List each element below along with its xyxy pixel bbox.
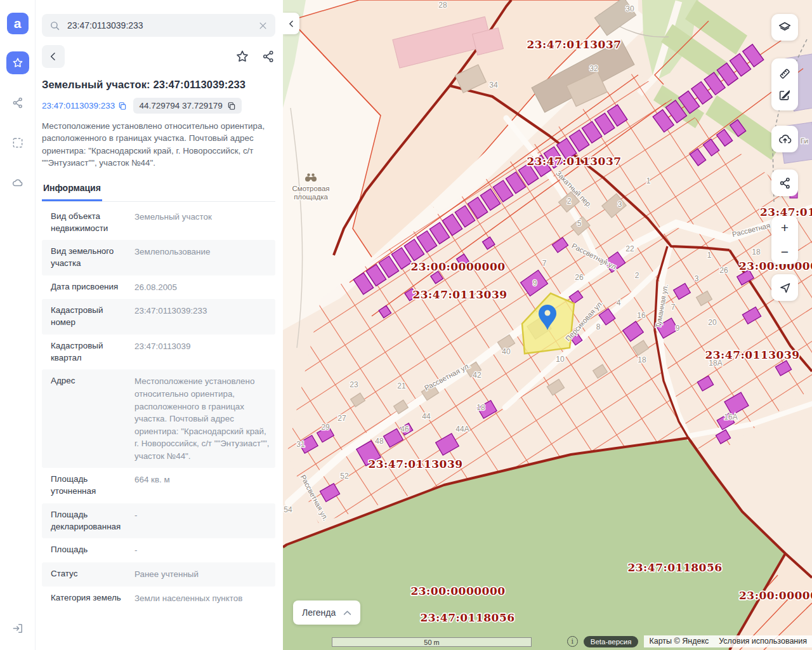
- scale-bar: 50 m: [332, 637, 532, 647]
- svg-text:21: 21: [397, 381, 406, 390]
- exit-icon: [11, 622, 24, 635]
- svg-text:54: 54: [284, 505, 292, 514]
- rail-item-select-area[interactable]: [6, 131, 29, 154]
- ruler-button[interactable]: [778, 67, 792, 81]
- identifier-row: 23:47:0113039:233 44.729794 37.729179: [42, 98, 275, 114]
- object-description: Местоположение установлено относительно …: [42, 120, 275, 169]
- info-row-value: Местоположение установлено относительно …: [134, 375, 270, 462]
- svg-text:Смотроваяплощадка: Смотроваяплощадка: [292, 185, 329, 201]
- svg-text:23:47:0113037: 23:47:0113037: [527, 155, 621, 168]
- zoom-control: + −: [771, 216, 798, 264]
- clear-icon[interactable]: [258, 21, 268, 30]
- upload-button[interactable]: [771, 126, 798, 152]
- beta-badge: Beta-версия: [584, 636, 639, 647]
- svg-text:8: 8: [596, 322, 601, 331]
- cadastral-number-link[interactable]: 23:47:0113039:233: [42, 101, 127, 110]
- svg-text:22: 22: [625, 244, 634, 253]
- tab-information[interactable]: Информация: [42, 183, 102, 201]
- svg-text:34: 34: [489, 81, 498, 90]
- panel-collapse-button[interactable]: [283, 13, 299, 34]
- info-row: АдресМестоположение установлено относите…: [42, 369, 275, 468]
- info-row: Дата присвоения26.08.2005: [42, 275, 275, 300]
- chevron-up-icon: [343, 610, 351, 616]
- info-icon[interactable]: i: [567, 636, 578, 647]
- info-row: Категория земельЗемли населенных пунктов: [42, 587, 275, 611]
- svg-text:18: 18: [752, 248, 761, 256]
- svg-text:40: 40: [502, 347, 511, 356]
- legend-button[interactable]: Легенда: [293, 600, 360, 625]
- info-row-label: Категория земель: [51, 592, 134, 605]
- info-row: СтатусРанее учтенный: [42, 562, 275, 587]
- info-row: Вид земельного участкаЗемлепользование: [42, 240, 275, 275]
- svg-text:30: 30: [625, 4, 634, 13]
- share-button[interactable]: [261, 50, 275, 63]
- share-nodes-icon: [11, 96, 24, 109]
- rail-item-layers-cloud[interactable]: [6, 171, 29, 194]
- svg-text:4: 4: [617, 298, 621, 307]
- tab-bar: Информация: [42, 182, 275, 202]
- svg-text:18: 18: [476, 403, 485, 412]
- info-row-value: 23:47:0113039: [134, 340, 270, 364]
- zoom-in-button[interactable]: +: [771, 216, 798, 239]
- svg-text:20: 20: [708, 318, 717, 327]
- locate-arrow-icon: [778, 281, 792, 295]
- svg-text:23:47:0113039: 23:47:0113039: [412, 288, 507, 301]
- svg-text:44А: 44А: [455, 425, 469, 434]
- copyright-text: Карты © Яндекс: [649, 637, 709, 646]
- info-row-label: Кадастровый квартал: [51, 340, 134, 364]
- info-row-label: Кадастровый номер: [51, 305, 134, 329]
- copy-icon[interactable]: [227, 102, 236, 110]
- locate-button[interactable]: [771, 274, 798, 301]
- search-bar[interactable]: [42, 14, 275, 37]
- copy-icon[interactable]: [118, 102, 127, 110]
- favorite-star-button[interactable]: [235, 49, 250, 64]
- rail-item-share[interactable]: [6, 91, 29, 114]
- info-row-value: 664 кв. м: [134, 474, 270, 498]
- svg-text:26: 26: [719, 266, 728, 275]
- svg-text:18: 18: [638, 355, 646, 364]
- info-row-label: Статус: [51, 568, 134, 581]
- svg-text:44: 44: [422, 412, 431, 421]
- cadastral-number-text: 23:47:0113039:233: [42, 101, 115, 110]
- svg-text:29: 29: [321, 423, 330, 432]
- coordinates-chip[interactable]: 44.729794 37.729179: [133, 98, 241, 114]
- cadastral-map[interactable]: Смотроваяплощадка 2830323412352224267924…: [283, 0, 812, 650]
- terms-link[interactable]: Условия использования: [719, 637, 807, 646]
- info-row: Площадь уточненная664 кв. м: [42, 468, 275, 503]
- svg-text:28: 28: [438, 1, 447, 10]
- ruler-icon: [778, 67, 792, 81]
- layers-button[interactable]: [771, 14, 798, 41]
- svg-text:2: 2: [635, 271, 639, 280]
- app-logo-letter: a: [14, 16, 22, 31]
- svg-text:9: 9: [533, 279, 537, 288]
- svg-text:23:00:0000000: 23:00:0000000: [410, 585, 505, 597]
- back-button[interactable]: [42, 45, 65, 68]
- info-row-value: 26.08.2005: [134, 281, 270, 294]
- info-row-label: Адрес: [51, 375, 134, 462]
- zoom-out-button[interactable]: −: [771, 241, 798, 263]
- map-share-button[interactable]: [771, 169, 798, 196]
- svg-text:5: 5: [577, 219, 582, 228]
- coordinates-text: 44.729794 37.729179: [139, 101, 222, 110]
- rail-item-exit[interactable]: [6, 617, 29, 640]
- app-logo[interactable]: a: [7, 13, 29, 34]
- panel-header: [42, 45, 275, 68]
- object-panel: Земельный участок: 23:47:0113039:233 23:…: [36, 0, 283, 650]
- info-row-label: Вид земельного участка: [51, 246, 134, 270]
- draw-button[interactable]: [778, 88, 792, 102]
- info-row-value: Земли населенных пунктов: [134, 592, 270, 605]
- info-row-value: -: [134, 509, 270, 533]
- svg-text:16: 16: [637, 311, 646, 320]
- svg-text:23:00:0000000: 23:00:0000000: [410, 260, 505, 273]
- svg-text:48: 48: [375, 437, 384, 446]
- map-canvas[interactable]: Смотроваяплощадка 2830323412352224267924…: [283, 0, 812, 650]
- search-input[interactable]: [66, 20, 252, 31]
- info-row: Площадь декларированная-: [42, 503, 275, 539]
- cloud-upload-icon: [778, 132, 792, 147]
- info-table: Вид объекта недвижимостиЗемельный участо…: [42, 205, 275, 610]
- svg-text:16А: 16А: [724, 413, 737, 421]
- svg-text:31: 31: [296, 440, 305, 449]
- svg-text:Ги: Ги: [801, 137, 808, 145]
- select-area-icon: [11, 136, 24, 149]
- rail-item-favorites[interactable]: [6, 51, 29, 74]
